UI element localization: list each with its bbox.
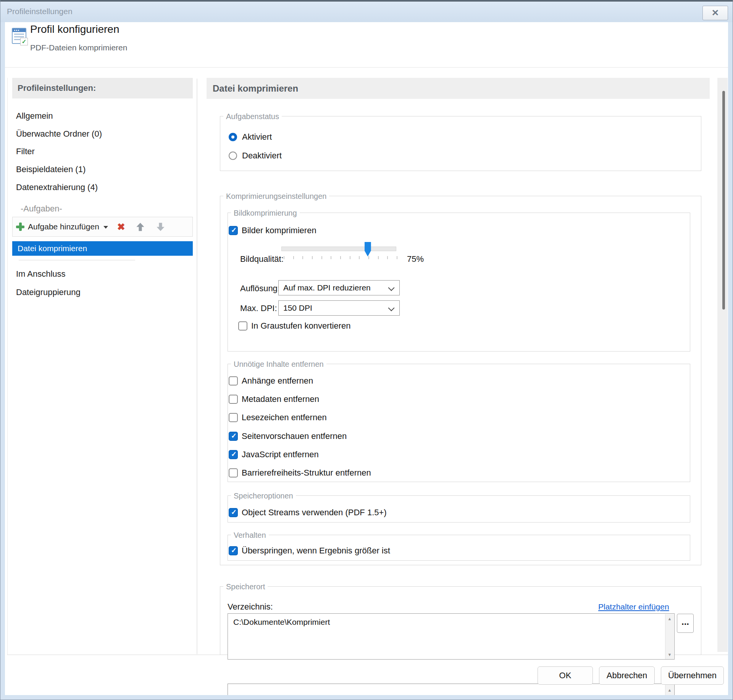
checkbox-javascript[interactable] [229,450,238,459]
page-title: Profil konfigurieren [30,23,119,35]
content-border-left [7,78,8,655]
sidebar-item-filter[interactable]: Filter [16,146,184,157]
chevron-down-icon[interactable] [103,226,108,229]
fieldset-legend: Unnötige Inhalte entfernen [231,360,326,369]
scroll-down-icon[interactable]: ▼ [665,652,674,657]
sidebar-heading: Profileinstellungen: [12,78,193,98]
profile-settings-dialog: { "window": { "title": "Profileinstellun… [0,0,733,700]
add-icon [16,223,24,231]
quality-slider-track[interactable] [281,247,396,251]
resolution-select-value: Auf max. DPI reduzieren [283,283,371,292]
cancel-button[interactable]: Abbrechen [599,666,655,685]
checkbox-object-streams-label[interactable]: Object Streams verwenden (PDF 1.5+) [242,508,387,518]
sidebar-item-datenextrahierung[interactable]: Datenextrahierung (4) [16,182,184,193]
sidebar-divider [197,79,197,654]
chevron-down-icon [388,305,395,311]
page-subtitle: PDF-Dateien komprimieren [30,43,127,52]
sidebar-item-allgemein[interactable]: Allgemein [16,110,184,122]
fieldset-legend: Aufgabenstatus [223,112,282,121]
fieldset-legend: Komprimierungseinstellungen [223,192,329,201]
chevron-down-icon [388,285,395,291]
profile-config-icon: ✓ [12,28,26,44]
scroll-up-icon[interactable]: ▲ [665,688,674,692]
directory-textbox[interactable]: C:\Dokumente\Komprimiert ▲ ▼ [228,613,675,660]
max-dpi-select-value: 150 DPI [283,303,312,312]
resolution-select[interactable]: Auf max. DPI reduzieren [278,280,400,295]
sidebar-item-dateigruppierung[interactable]: Dateigruppierung [16,287,184,298]
checkbox-barrierefreiheit[interactable] [229,468,238,477]
browse-button[interactable]: ... [677,614,694,633]
checkbox-anhaenge[interactable] [229,376,238,385]
apply-button[interactable]: Übernehmen [661,666,724,685]
window-title: Profileinstellungen [7,7,73,16]
quality-value: 75% [407,254,424,264]
close-button[interactable]: × [702,6,728,20]
ok-button[interactable]: OK [538,666,593,685]
radio-aktiviert-label[interactable]: Aktiviert [242,132,272,142]
checkbox-bilder-komprimieren[interactable] [229,226,238,235]
move-down-button[interactable] [155,222,166,232]
add-task-button[interactable]: Aufgabe hinzufügen [28,222,99,231]
max-dpi-label: Max. DPI: [240,303,277,313]
checkbox-metadaten-label[interactable]: Metadaten entfernen [242,394,319,404]
checkbox-lesezeichen[interactable] [229,413,238,422]
title-bar[interactable]: Profileinstellungen [0,2,733,22]
directory-value: C:\Dokumente\Komprimiert [233,618,330,627]
checkbox-anhaenge-label[interactable]: Anhänge entfernen [242,376,313,386]
fieldset-legend: Speicherort [223,582,268,591]
fieldset-legend: Bildkomprimierung [231,209,300,218]
checkbox-barrierefreiheit-label[interactable]: Barrierefreiheits-Struktur entfernen [242,468,371,478]
move-up-button[interactable] [135,222,145,232]
main-scrollbar-thumb[interactable] [722,91,725,310]
checkbox-seitenvorschauen[interactable] [229,432,238,441]
task-list-separator [19,260,135,260]
directory-label: Verzeichnis: [228,602,273,612]
fieldset-aufgabenstatus: Aufgabenstatus [220,116,701,171]
sidebar-item-im-anschluss[interactable]: Im Anschluss [16,268,184,280]
green-check-icon: ✓ [20,38,28,45]
sidebar-task-datei-komprimieren[interactable]: Datei komprimieren [12,241,193,256]
checkbox-graustufen-label[interactable]: In Graustufen konvertieren [251,321,350,331]
quality-label: Bildqualität: [240,254,284,264]
header-separator [5,67,728,68]
scrollbar[interactable]: ▲ ▼ [665,614,674,659]
task-toolbar: Aufgabe hinzufügen ✖ [12,217,193,237]
checkbox-object-streams[interactable] [229,508,238,517]
checkbox-graustufen[interactable] [238,321,247,331]
checkbox-javascript-label[interactable]: JavaScript entfernen [242,450,319,460]
sidebar-item-ueberwachte-ordner[interactable]: Überwachte Ordner (0) [16,128,184,140]
checkbox-seitenvorschauen-label[interactable]: Seitenvorschauen entfernen [242,431,347,441]
fieldset-legend: Verhalten [231,531,269,540]
window-border-left [0,22,5,700]
placeholder-link[interactable]: Platzhalter einfügen [598,602,669,611]
filename-textbox-clipped[interactable]: ▲ [228,684,675,697]
fieldset-legend: Speicheroptionen [231,492,296,500]
checkbox-bilder-komprimieren-label[interactable]: Bilder komprimieren [242,226,316,235]
checkbox-lesezeichen-label[interactable]: Lesezeichen entfernen [242,413,327,423]
radio-aktiviert[interactable] [229,133,237,141]
scroll-up-icon[interactable]: ▲ [665,616,674,621]
checkbox-metadaten[interactable] [229,395,238,404]
scrollbar[interactable]: ▲ [665,684,674,696]
resolution-label: Auflösung: [240,284,280,294]
checkbox-ueberspringen[interactable] [229,546,238,555]
window-border-right [728,22,733,700]
delete-task-button[interactable]: ✖ [117,223,125,231]
checkbox-ueberspringen-label[interactable]: Überspringen, wenn Ergebnis größer ist [242,546,390,556]
sidebar-tasks-divider-label: -Aufgaben- [21,203,189,215]
panel-title: Datei komprimieren [207,78,710,99]
window-border-bottom [0,695,733,700]
radio-deaktiviert[interactable] [229,152,237,160]
radio-deaktiviert-label[interactable]: Deaktiviert [242,151,282,161]
max-dpi-select[interactable]: 150 DPI [278,300,400,316]
sidebar-item-beispieldateien[interactable]: Beispieldateien (1) [16,164,184,175]
